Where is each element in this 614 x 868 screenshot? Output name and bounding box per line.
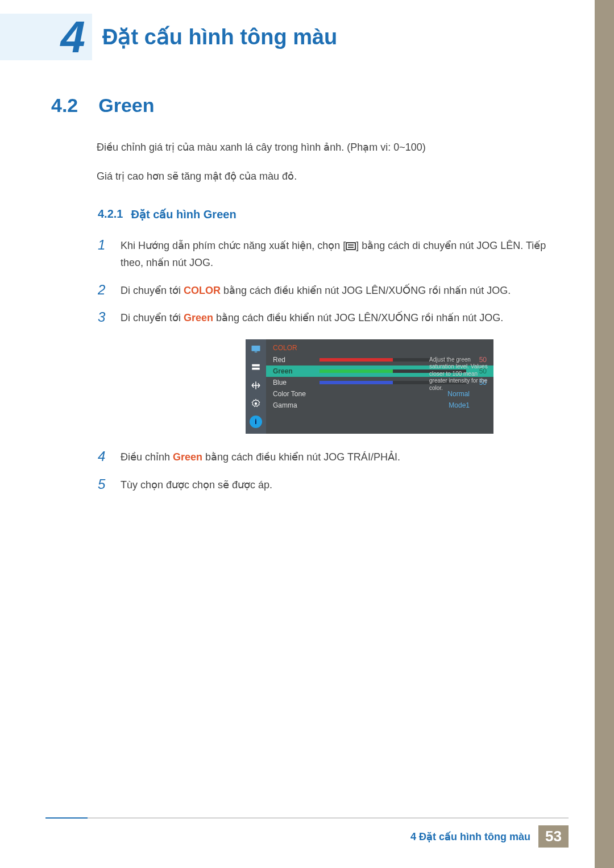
steps-list: 1 Khi Hướng dẫn phím chức năng xuất hiện… [98, 237, 569, 494]
subsection-heading: 4.2.1 Đặt cấu hình Green [98, 207, 569, 221]
info-icon: i [250, 416, 262, 428]
step-text: Di chuyển tới COLOR bằng cách điều khiển… [121, 282, 511, 300]
svg-rect-3 [252, 368, 260, 370]
step-text: Di chuyển tới Green bằng cách điều khiển… [121, 309, 503, 327]
section-number: 4.2 [51, 94, 78, 117]
osd-value: Mode1 [320, 401, 470, 409]
picture-icon [250, 361, 262, 373]
step-number: 1 [98, 237, 110, 253]
osd-screenshot: i COLOR Red 50 Green 50 Blue [246, 339, 569, 434]
osd-label: Red [273, 356, 320, 364]
step-text: Khi Hướng dẫn phím chức năng xuất hiện, … [121, 237, 569, 272]
chapter-title: Đặt cấu hình tông màu [102, 14, 337, 60]
menu-icon [346, 242, 356, 250]
osd-sidebar: i [246, 339, 266, 434]
svg-rect-0 [252, 346, 260, 351]
keyword-green: Green [184, 312, 213, 323]
osd-row-gamma: Gamma Mode1 [266, 400, 493, 411]
osd-label: Color Tone [273, 390, 320, 398]
section-title: Green [98, 94, 154, 117]
svg-rect-2 [252, 364, 260, 367]
chapter-header: 4 Đặt cấu hình tông màu [45, 14, 569, 60]
step-1: 1 Khi Hướng dẫn phím chức năng xuất hiện… [98, 237, 569, 272]
osd-title: COLOR [266, 339, 493, 354]
intro-p2: Giá trị cao hơn sẽ tăng mật độ của màu đ… [97, 168, 569, 185]
move-icon [250, 379, 262, 392]
step-number: 3 [98, 309, 110, 325]
step-text: Tùy chọn được chọn sẽ được áp. [121, 476, 272, 494]
step-4: 4 Điều chỉnh Green bằng cách điều khiển … [98, 448, 569, 466]
step-text: Điều chỉnh Green bằng cách điều khiển nú… [121, 448, 400, 466]
osd-label: Blue [273, 379, 320, 387]
chapter-tab: 4 [45, 14, 92, 60]
footer-text: 4 Đặt cấu hình tông màu [410, 830, 530, 843]
step-number: 4 [98, 448, 110, 464]
subsection-title: Đặt cấu hình Green [131, 207, 236, 221]
svg-rect-1 [255, 351, 258, 352]
step-5: 5 Tùy chọn được chọn sẽ được áp. [98, 476, 569, 494]
osd-label: Green [273, 367, 320, 375]
page-edge-strip [595, 0, 614, 868]
step-number: 5 [98, 476, 110, 492]
step-2: 2 Di chuyển tới COLOR bằng cách điều khi… [98, 282, 569, 300]
osd-panel: COLOR Red 50 Green 50 Blue 50 [266, 339, 493, 434]
subsection-number: 4.2.1 [98, 207, 123, 221]
gear-icon [250, 397, 262, 410]
intro-p1: Điều chỉnh giá trị của màu xanh lá cây t… [97, 139, 569, 156]
footer-rule [45, 817, 569, 819]
keyword-color: COLOR [184, 285, 221, 296]
keyword-green: Green [173, 451, 202, 463]
osd-label: Gamma [273, 401, 320, 409]
page-footer: 4 Đặt cấu hình tông màu 53 [45, 817, 569, 848]
section-heading: 4.2 Green [51, 94, 569, 117]
monitor-icon [250, 343, 262, 355]
step-number: 2 [98, 282, 110, 298]
page-number: 53 [538, 825, 569, 848]
intro-text: Điều chỉnh giá trị của màu xanh lá cây t… [97, 139, 569, 185]
chapter-number: 4 [45, 14, 85, 60]
osd-description: Adjust the green saturation level. Value… [429, 356, 489, 392]
svg-point-4 [255, 402, 258, 405]
step-3: 3 Di chuyển tới Green bằng cách điều khi… [98, 309, 569, 327]
